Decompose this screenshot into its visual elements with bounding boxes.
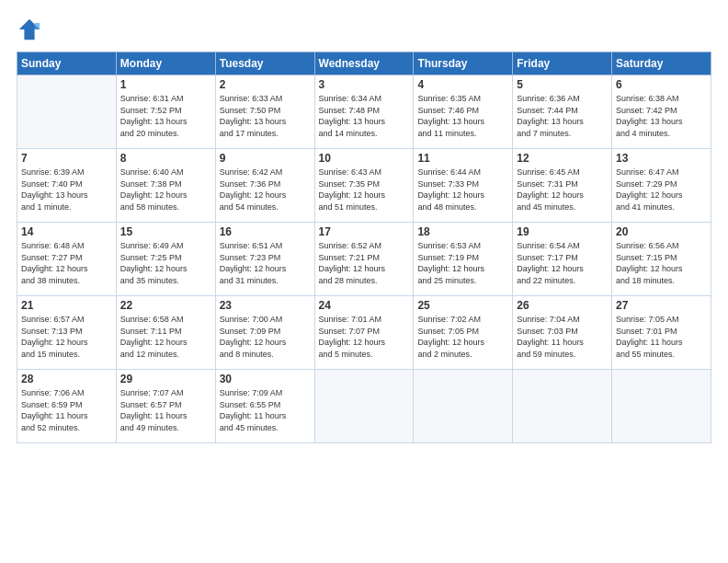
day-cell: 19Sunrise: 6:54 AM Sunset: 7:17 PM Dayli… (513, 223, 612, 296)
weekday-header-thursday: Thursday (414, 52, 513, 75)
weekday-header-wednesday: Wednesday (314, 52, 414, 75)
day-cell (17, 75, 117, 149)
day-info: Sunrise: 7:09 AM Sunset: 6:55 PM Dayligh… (220, 387, 311, 433)
weekday-header-friday: Friday (513, 52, 612, 75)
day-cell: 20Sunrise: 6:56 AM Sunset: 7:15 PM Dayli… (612, 223, 711, 296)
day-info: Sunrise: 6:45 AM Sunset: 7:31 PM Dayligh… (517, 167, 608, 213)
day-number: 22 (120, 299, 211, 312)
day-info: Sunrise: 6:51 AM Sunset: 7:23 PM Dayligh… (220, 240, 311, 286)
day-info: Sunrise: 7:04 AM Sunset: 7:03 PM Dayligh… (517, 314, 608, 360)
day-cell (513, 370, 612, 443)
day-cell: 23Sunrise: 7:00 AM Sunset: 7:09 PM Dayli… (215, 296, 314, 370)
day-cell: 17Sunrise: 6:52 AM Sunset: 7:21 PM Dayli… (314, 223, 414, 296)
day-info: Sunrise: 6:54 AM Sunset: 7:17 PM Dayligh… (517, 240, 608, 286)
day-cell: 25Sunrise: 7:02 AM Sunset: 7:05 PM Dayli… (414, 296, 513, 370)
day-info: Sunrise: 6:33 AM Sunset: 7:50 PM Dayligh… (220, 93, 311, 139)
day-cell (314, 370, 414, 443)
day-number: 30 (220, 373, 311, 385)
day-info: Sunrise: 6:49 AM Sunset: 7:25 PM Dayligh… (120, 240, 211, 286)
day-number: 19 (517, 225, 608, 238)
day-cell: 8Sunrise: 6:40 AM Sunset: 7:38 PM Daylig… (116, 149, 215, 223)
day-cell: 13Sunrise: 6:47 AM Sunset: 7:29 PM Dayli… (612, 149, 711, 223)
day-cell (414, 370, 513, 443)
day-cell: 26Sunrise: 7:04 AM Sunset: 7:03 PM Dayli… (513, 296, 612, 370)
day-number: 29 (120, 373, 211, 385)
day-number: 16 (220, 225, 311, 238)
week-row-3: 21Sunrise: 6:57 AM Sunset: 7:13 PM Dayli… (17, 296, 711, 370)
week-row-4: 28Sunrise: 7:06 AM Sunset: 6:59 PM Dayli… (17, 370, 711, 443)
day-info: Sunrise: 6:36 AM Sunset: 7:44 PM Dayligh… (517, 93, 608, 139)
svg-marker-1 (35, 23, 40, 29)
day-info: Sunrise: 6:53 AM Sunset: 7:19 PM Dayligh… (417, 240, 508, 286)
day-cell: 29Sunrise: 7:07 AM Sunset: 6:57 PM Dayli… (116, 370, 215, 443)
day-info: Sunrise: 6:58 AM Sunset: 7:11 PM Dayligh… (120, 314, 211, 360)
day-info: Sunrise: 7:00 AM Sunset: 7:09 PM Dayligh… (220, 314, 311, 360)
day-cell: 5Sunrise: 6:36 AM Sunset: 7:44 PM Daylig… (513, 75, 612, 149)
day-number: 4 (417, 78, 508, 91)
day-cell: 22Sunrise: 6:58 AM Sunset: 7:11 PM Dayli… (116, 296, 215, 370)
day-cell: 30Sunrise: 7:09 AM Sunset: 6:55 PM Dayli… (215, 370, 314, 443)
day-info: Sunrise: 6:38 AM Sunset: 7:42 PM Dayligh… (616, 93, 707, 139)
day-cell: 11Sunrise: 6:44 AM Sunset: 7:33 PM Dayli… (414, 149, 513, 223)
header (17, 17, 711, 42)
weekday-header-sunday: Sunday (17, 52, 117, 75)
day-cell: 15Sunrise: 6:49 AM Sunset: 7:25 PM Dayli… (116, 223, 215, 296)
calendar-table: SundayMondayTuesdayWednesdayThursdayFrid… (17, 52, 711, 443)
day-number: 26 (517, 299, 608, 312)
day-number: 14 (21, 225, 112, 238)
day-number: 15 (120, 225, 211, 238)
day-number: 6 (616, 78, 707, 91)
day-info: Sunrise: 6:39 AM Sunset: 7:40 PM Dayligh… (21, 167, 112, 213)
day-cell: 24Sunrise: 7:01 AM Sunset: 7:07 PM Dayli… (314, 296, 414, 370)
day-cell: 10Sunrise: 6:43 AM Sunset: 7:35 PM Dayli… (314, 149, 414, 223)
day-number: 23 (220, 299, 311, 312)
day-info: Sunrise: 6:44 AM Sunset: 7:33 PM Dayligh… (417, 167, 508, 213)
day-number: 17 (319, 225, 410, 238)
day-cell (612, 370, 711, 443)
day-info: Sunrise: 7:01 AM Sunset: 7:07 PM Dayligh… (319, 314, 410, 360)
weekday-header-row: SundayMondayTuesdayWednesdayThursdayFrid… (17, 52, 711, 75)
day-number: 7 (21, 152, 112, 165)
day-cell: 2Sunrise: 6:33 AM Sunset: 7:50 PM Daylig… (215, 75, 314, 149)
day-cell: 3Sunrise: 6:34 AM Sunset: 7:48 PM Daylig… (314, 75, 414, 149)
day-number: 9 (220, 152, 311, 165)
day-number: 12 (517, 152, 608, 165)
day-cell: 14Sunrise: 6:48 AM Sunset: 7:27 PM Dayli… (17, 223, 117, 296)
day-number: 3 (319, 78, 410, 91)
day-number: 25 (417, 299, 508, 312)
day-cell: 4Sunrise: 6:35 AM Sunset: 7:46 PM Daylig… (414, 75, 513, 149)
day-number: 5 (517, 78, 608, 91)
day-info: Sunrise: 7:05 AM Sunset: 7:01 PM Dayligh… (616, 314, 707, 360)
day-cell: 9Sunrise: 6:42 AM Sunset: 7:36 PM Daylig… (215, 149, 314, 223)
day-number: 18 (417, 225, 508, 238)
day-number: 8 (120, 152, 211, 165)
day-info: Sunrise: 6:42 AM Sunset: 7:36 PM Dayligh… (220, 167, 311, 213)
day-info: Sunrise: 6:40 AM Sunset: 7:38 PM Dayligh… (120, 167, 211, 213)
day-cell: 12Sunrise: 6:45 AM Sunset: 7:31 PM Dayli… (513, 149, 612, 223)
day-cell: 21Sunrise: 6:57 AM Sunset: 7:13 PM Dayli… (17, 296, 117, 370)
day-number: 21 (21, 299, 112, 312)
day-info: Sunrise: 6:34 AM Sunset: 7:48 PM Dayligh… (319, 93, 410, 139)
day-number: 10 (319, 152, 410, 165)
day-info: Sunrise: 6:43 AM Sunset: 7:35 PM Dayligh… (319, 167, 410, 213)
day-number: 13 (616, 152, 707, 165)
day-cell: 6Sunrise: 6:38 AM Sunset: 7:42 PM Daylig… (612, 75, 711, 149)
day-number: 24 (319, 299, 410, 312)
day-info: Sunrise: 7:07 AM Sunset: 6:57 PM Dayligh… (120, 387, 211, 433)
week-row-2: 14Sunrise: 6:48 AM Sunset: 7:27 PM Dayli… (17, 223, 711, 296)
day-cell: 16Sunrise: 6:51 AM Sunset: 7:23 PM Dayli… (215, 223, 314, 296)
day-number: 27 (616, 299, 707, 312)
week-row-0: 1Sunrise: 6:31 AM Sunset: 7:52 PM Daylig… (17, 75, 711, 149)
day-info: Sunrise: 6:47 AM Sunset: 7:29 PM Dayligh… (616, 167, 707, 213)
day-number: 28 (21, 373, 112, 385)
day-info: Sunrise: 7:06 AM Sunset: 6:59 PM Dayligh… (21, 387, 112, 433)
week-row-1: 7Sunrise: 6:39 AM Sunset: 7:40 PM Daylig… (17, 149, 711, 223)
day-cell: 1Sunrise: 6:31 AM Sunset: 7:52 PM Daylig… (116, 75, 215, 149)
day-info: Sunrise: 6:48 AM Sunset: 7:27 PM Dayligh… (21, 240, 112, 286)
day-info: Sunrise: 6:56 AM Sunset: 7:15 PM Dayligh… (616, 240, 707, 286)
weekday-header-saturday: Saturday (612, 52, 711, 75)
weekday-header-tuesday: Tuesday (215, 52, 314, 75)
day-cell: 27Sunrise: 7:05 AM Sunset: 7:01 PM Dayli… (612, 296, 711, 370)
day-info: Sunrise: 7:02 AM Sunset: 7:05 PM Dayligh… (417, 314, 508, 360)
day-number: 20 (616, 225, 707, 238)
